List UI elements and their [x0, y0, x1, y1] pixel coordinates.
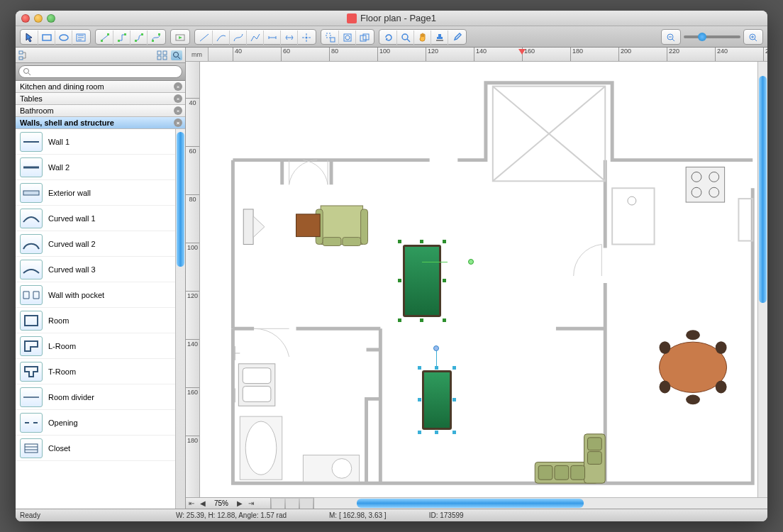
shape-item[interactable]: Curved wall 2 — [16, 231, 175, 257]
svg-point-72 — [660, 341, 671, 354]
shape-item[interactable]: Wall with pocket — [16, 282, 175, 308]
page-tabs[interactable] — [271, 497, 314, 509]
titlebar[interactable]: Floor plan - Page1 — [16, 11, 767, 26]
group-tool-3[interactable] — [356, 31, 373, 45]
category-row[interactable]: Bathroom× — [16, 105, 185, 117]
zoom-button[interactable] — [47, 14, 55, 23]
svg-rect-17 — [331, 38, 335, 42]
text-tool[interactable] — [72, 31, 89, 45]
shape-item[interactable]: Room — [16, 308, 175, 333]
svg-rect-52 — [738, 199, 753, 240]
line-tool-4[interactable] — [247, 31, 264, 45]
shape-item[interactable]: Room divider — [16, 384, 175, 410]
svg-rect-64 — [686, 167, 724, 203]
svg-rect-16 — [326, 33, 331, 38]
tree-view-icon[interactable] — [18, 50, 30, 60]
rotation-handle-icon[interactable] — [468, 259, 474, 265]
stamp-tool[interactable] — [431, 31, 448, 45]
hand-tool[interactable] — [414, 31, 431, 45]
shape-item[interactable]: Curved wall 3 — [16, 257, 175, 282]
status-bar: Ready W: 25.39, H: 12.88, Angle: 1.57 ra… — [16, 509, 767, 521]
close-icon[interactable]: × — [174, 118, 182, 127]
shape-item[interactable]: Exterior wall — [16, 180, 175, 206]
shape-item[interactable]: Curved wall 1 — [16, 206, 175, 231]
category-row[interactable]: Tables× — [16, 93, 185, 105]
svg-rect-12 — [152, 40, 154, 42]
last-page-button[interactable]: ⇥ — [245, 499, 257, 507]
shape-item[interactable]: Closet — [16, 436, 175, 461]
line-tool-7[interactable] — [298, 31, 315, 45]
svg-rect-45 — [25, 444, 38, 453]
ellipse-tool[interactable] — [55, 31, 72, 45]
connector-tool-4[interactable] — [148, 31, 165, 45]
selected-object-pool-table-1[interactable] — [400, 242, 444, 320]
svg-point-75 — [716, 381, 727, 394]
status-ready: Ready — [20, 511, 176, 519]
canvas-vertical-scrollbar[interactable] — [757, 62, 767, 497]
next-page-button[interactable]: ▶ — [234, 499, 245, 507]
select-tool[interactable] — [21, 31, 38, 45]
connector-tool-1[interactable] — [96, 31, 113, 45]
ruler-horizontal[interactable]: 406080100120140160180200220240260 — [209, 48, 767, 62]
grid-view-icon[interactable] — [157, 50, 168, 60]
zoom-out-button[interactable] — [662, 31, 679, 45]
rectangle-tool[interactable] — [38, 31, 55, 45]
ruler-vertical[interactable]: 406080100120140160180 — [186, 62, 200, 497]
close-button[interactable] — [21, 14, 30, 23]
prev-page-button[interactable]: ◀ — [197, 499, 209, 507]
refresh-tool[interactable] — [380, 31, 397, 45]
insert-tool[interactable] — [172, 31, 189, 45]
zoom-tool[interactable] — [397, 31, 414, 45]
canvas-horizontal-scrollbar[interactable] — [314, 497, 767, 509]
close-icon[interactable]: × — [174, 106, 182, 115]
svg-rect-78 — [538, 465, 552, 480]
category-label: Bathroom — [20, 106, 54, 115]
svg-rect-43 — [25, 316, 38, 326]
selected-object-pool-table-2[interactable] — [420, 368, 454, 432]
minimize-button[interactable] — [34, 14, 43, 23]
drawing-canvas[interactable] — [200, 62, 757, 497]
svg-point-22 — [402, 34, 408, 40]
svg-rect-24 — [436, 40, 443, 41]
shape-item[interactable]: Wall 1 — [16, 129, 175, 155]
category-row[interactable]: Kitchen and dining room× — [16, 81, 185, 93]
shape-item[interactable]: L-Room — [16, 333, 175, 359]
zoom-slider[interactable] — [684, 35, 740, 38]
close-icon[interactable]: × — [174, 94, 182, 103]
close-icon[interactable]: × — [174, 82, 182, 91]
line-tool-1[interactable] — [196, 31, 213, 45]
svg-rect-0 — [43, 35, 51, 40]
app-icon — [347, 13, 357, 23]
group-tool-2[interactable] — [339, 31, 356, 45]
eyedropper-tool[interactable] — [448, 31, 465, 45]
zoom-in-button[interactable] — [745, 31, 762, 45]
connector-tool-2[interactable] — [113, 31, 130, 45]
shape-item[interactable]: T-Room — [16, 359, 175, 384]
category-list: Kitchen and dining room×Tables×Bathroom×… — [16, 81, 185, 129]
svg-point-1 — [60, 35, 68, 40]
shape-label: Room — [48, 316, 69, 325]
shape-thumbnail-icon — [20, 387, 43, 407]
svg-rect-10 — [135, 40, 137, 42]
search-input[interactable] — [18, 65, 182, 78]
shape-item[interactable]: Wall 2 — [16, 155, 175, 180]
ruler-marker-icon[interactable] — [518, 49, 526, 55]
shape-scrollbar[interactable] — [175, 129, 185, 509]
shape-label: Wall 1 — [48, 138, 70, 146]
search-view-icon[interactable] — [171, 50, 182, 60]
line-tool-3[interactable] — [230, 31, 247, 45]
group-tool-1[interactable] — [322, 31, 339, 45]
line-tool-5[interactable] — [264, 31, 281, 45]
first-page-button[interactable]: ⇤ — [186, 499, 197, 507]
line-tool-2[interactable] — [213, 31, 230, 45]
svg-rect-57 — [243, 209, 253, 245]
rotation-handle-icon[interactable] — [433, 345, 439, 351]
svg-rect-60 — [361, 209, 368, 245]
svg-rect-61 — [323, 238, 341, 246]
category-row[interactable]: Walls, shell and structure× — [16, 117, 185, 129]
connector-tool-3[interactable] — [130, 31, 148, 45]
zoom-level[interactable]: 75% — [209, 499, 234, 507]
line-tool-6[interactable] — [281, 31, 298, 45]
shape-item[interactable]: Opening — [16, 410, 175, 436]
svg-rect-7 — [107, 33, 109, 35]
